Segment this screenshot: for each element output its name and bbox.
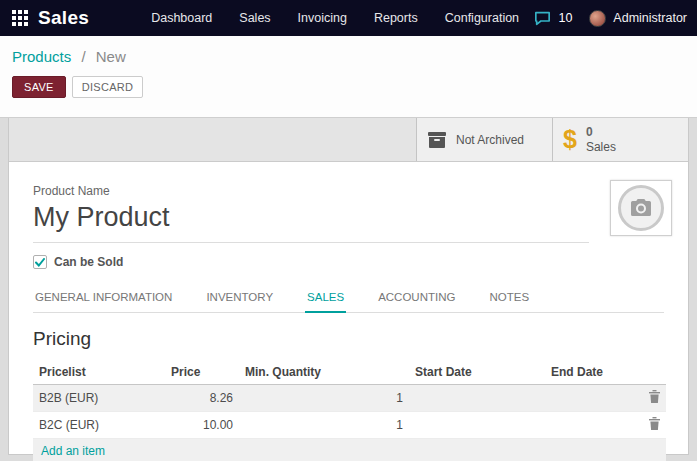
pricing-section-title: Pricing: [33, 328, 664, 350]
user-menu[interactable]: Administrator: [613, 11, 687, 25]
cell-start-date[interactable]: [409, 385, 545, 412]
breadcrumb: Products / New: [12, 48, 697, 65]
sales-stat-value: 0: [586, 125, 616, 140]
menu-sales[interactable]: Sales: [239, 11, 270, 25]
checkmark-icon: [35, 258, 45, 267]
tab-inventory[interactable]: INVENTORY: [204, 285, 275, 312]
archive-stat-button[interactable]: Not Archived: [416, 118, 552, 161]
pricing-row-b2b[interactable]: B2B (EUR) 8.26 1: [33, 385, 666, 412]
cell-pricelist[interactable]: B2B (EUR): [33, 385, 165, 412]
can-be-sold-label: Can be Sold: [54, 255, 123, 269]
cell-min-quantity[interactable]: 1: [239, 385, 409, 412]
user-avatar[interactable]: [589, 10, 606, 27]
col-header-end-date[interactable]: End Date: [545, 361, 642, 385]
cell-price[interactable]: 10.00: [165, 412, 239, 439]
col-header-pricelist[interactable]: Pricelist: [33, 361, 165, 385]
pricing-row-b2c[interactable]: B2C (EUR) 10.00 1: [33, 412, 666, 439]
cell-price[interactable]: 8.26: [165, 385, 239, 412]
archive-box-icon: [427, 131, 447, 149]
cell-start-date[interactable]: [409, 412, 545, 439]
can-be-sold-row: Can be Sold: [33, 255, 664, 269]
save-button[interactable]: SAVE: [12, 76, 66, 98]
camera-icon: [629, 198, 653, 218]
dollar-icon: $: [563, 127, 577, 152]
messages-count[interactable]: 10: [558, 11, 572, 25]
add-item-row[interactable]: Add an item: [33, 439, 666, 461]
tab-sales[interactable]: SALES: [305, 285, 346, 313]
sales-stat-stack: 0 Sales: [586, 125, 616, 155]
top-menu: Dashboard Sales Invoicing Reports Config…: [151, 11, 519, 25]
cell-end-date[interactable]: [545, 412, 642, 439]
tab-notes[interactable]: NOTES: [487, 285, 531, 312]
tab-general-information[interactable]: GENERAL INFORMATION: [33, 285, 174, 312]
col-header-price[interactable]: Price: [165, 361, 239, 385]
apps-grid-icon[interactable]: [12, 10, 28, 26]
messages-icon[interactable]: [534, 11, 551, 26]
archive-stat-label: Not Archived: [456, 133, 524, 147]
discard-button[interactable]: DISCARD: [72, 76, 144, 98]
col-header-min-quantity[interactable]: Min. Quantity: [239, 361, 409, 385]
pricing-header-row: Pricelist Price Min. Quantity Start Date…: [33, 361, 666, 385]
breadcrumb-products-link[interactable]: Products: [12, 48, 71, 65]
camera-circle: [618, 185, 664, 231]
tab-accounting[interactable]: ACCOUNTING: [376, 285, 457, 312]
delete-row-icon[interactable]: [649, 417, 660, 430]
main-content: Not Archived $ 0 Sales: [0, 118, 697, 461]
breadcrumb-separator: /: [81, 48, 85, 65]
can-be-sold-checkbox[interactable]: [33, 255, 47, 269]
product-name-label: Product Name: [33, 184, 664, 198]
breadcrumb-current: New: [96, 48, 126, 65]
pricing-table: Pricelist Price Min. Quantity Start Date…: [33, 361, 666, 461]
app-window: Sales Dashboard Sales Invoicing Reports …: [0, 0, 697, 461]
top-navbar: Sales Dashboard Sales Invoicing Reports …: [0, 0, 697, 36]
product-image-placeholder[interactable]: [610, 180, 672, 236]
col-header-start-date[interactable]: Start Date: [409, 361, 545, 385]
cell-min-quantity[interactable]: 1: [239, 412, 409, 439]
col-header-actions: [642, 361, 666, 385]
control-panel: Products / New SAVE DISCARD: [0, 36, 697, 118]
product-name-input[interactable]: [33, 200, 589, 243]
menu-dashboard[interactable]: Dashboard: [151, 11, 212, 25]
cell-end-date[interactable]: [545, 385, 642, 412]
sales-stat-button[interactable]: $ 0 Sales: [552, 118, 688, 161]
menu-invoicing[interactable]: Invoicing: [298, 11, 347, 25]
stat-button-bar: Not Archived $ 0 Sales: [9, 118, 688, 162]
sales-stat-label: Sales: [586, 140, 616, 155]
sheet-body: Product Name Can be Sold GENERAL INFORMA…: [9, 162, 688, 461]
form-action-buttons: SAVE DISCARD: [12, 76, 697, 98]
notebook-tabs: GENERAL INFORMATION INVENTORY SALES ACCO…: [33, 285, 664, 313]
cell-pricelist[interactable]: B2C (EUR): [33, 412, 165, 439]
app-brand-title[interactable]: Sales: [38, 7, 89, 29]
delete-row-icon[interactable]: [649, 390, 660, 403]
menu-configuration[interactable]: Configuration: [445, 11, 519, 25]
topbar-right: 10 Administrator: [534, 10, 687, 27]
menu-reports[interactable]: Reports: [374, 11, 418, 25]
add-item-link[interactable]: Add an item: [33, 439, 666, 461]
form-sheet: Not Archived $ 0 Sales: [8, 118, 689, 455]
